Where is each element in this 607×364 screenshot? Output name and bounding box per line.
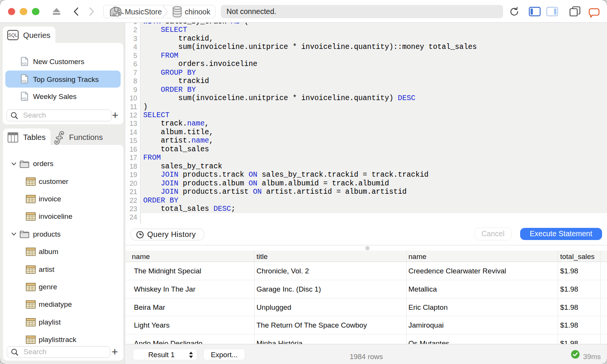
svg-text:SQL: SQL [22,97,27,100]
svg-text:SQL: SQL [8,33,17,38]
svg-text:SQL: SQL [22,80,27,83]
svg-text:SQL: SQL [22,62,27,65]
